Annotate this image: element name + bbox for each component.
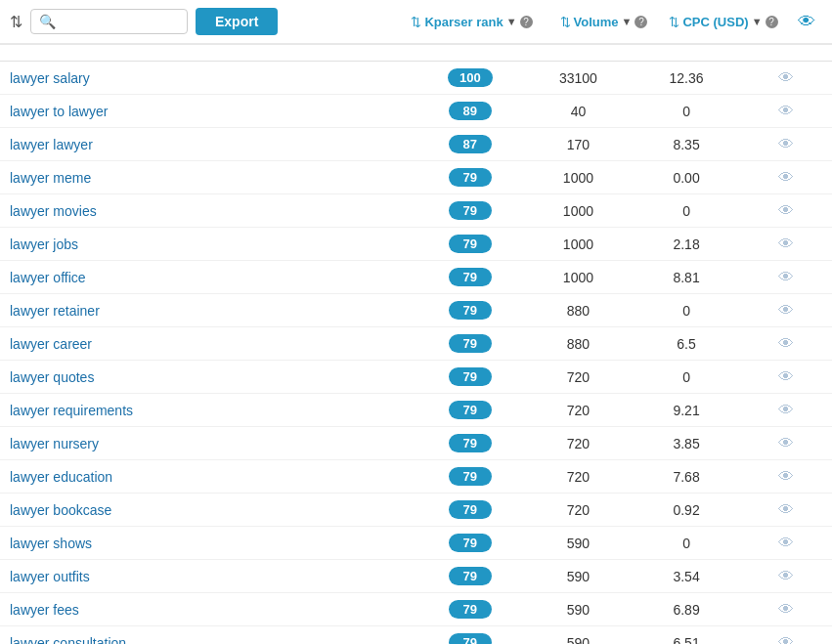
sort-kparser-icon[interactable]: ⇅ <box>411 15 421 29</box>
cpc-cell: 3.54 <box>633 560 741 593</box>
eye-cell[interactable]: 👁 <box>740 626 832 645</box>
keyword-cell[interactable]: lawyer lawyer <box>0 128 416 161</box>
volume-cell: 880 <box>524 294 633 327</box>
eye-cell[interactable]: 👁 <box>740 593 832 626</box>
keyword-cell[interactable]: lawyer salary <box>0 62 416 95</box>
rank-cell: 79 <box>416 427 525 460</box>
sort-cpc-icon[interactable]: ⇅ <box>669 15 679 29</box>
eye-cell[interactable]: 👁 <box>740 194 832 228</box>
eye-cell[interactable]: 👁 <box>740 161 832 194</box>
eye-icon[interactable]: 👁 <box>778 568 794 584</box>
keyword-cell[interactable]: lawyer nursery <box>0 427 416 460</box>
eye-icon[interactable]: 👁 <box>778 535 794 551</box>
sort-icon[interactable]: ⇅ <box>10 13 22 31</box>
eye-cell[interactable]: 👁 <box>740 62 832 95</box>
eye-cell[interactable]: 👁 <box>740 294 832 327</box>
eye-icon[interactable]: 👁 <box>778 368 794 385</box>
eye-cell[interactable]: 👁 <box>740 560 832 593</box>
volume-cell: 40 <box>524 95 633 128</box>
filter-volume-icon[interactable]: ▼ <box>622 16 633 27</box>
global-eye-icon[interactable]: 👁 <box>798 12 815 31</box>
eye-cell[interactable]: 👁 <box>740 460 832 494</box>
keyword-cell[interactable]: lawyer requirements <box>0 394 416 427</box>
eye-icon[interactable]: 👁 <box>778 468 794 485</box>
eye-icon[interactable]: 👁 <box>778 202 794 219</box>
eye-icon[interactable]: 👁 <box>778 335 794 352</box>
eye-cell[interactable]: 👁 <box>740 361 832 394</box>
eye-icon[interactable]: 👁 <box>778 269 794 285</box>
keyword-cell[interactable]: lawyer education <box>0 460 416 494</box>
eye-icon[interactable]: 👁 <box>778 302 794 319</box>
rank-cell: 87 <box>416 128 525 161</box>
keyword-cell[interactable]: lawyer meme <box>0 161 416 194</box>
eye-cell[interactable]: 👁 <box>740 261 832 294</box>
volume-cell: 1000 <box>524 194 633 228</box>
th-volume <box>524 45 633 62</box>
rank-cell: 79 <box>416 494 525 527</box>
sort-volume-icon[interactable]: ⇅ <box>560 15 571 29</box>
eye-cell[interactable]: 👁 <box>740 527 832 560</box>
table-row: lawyer bookcase797200.92👁 <box>0 494 832 527</box>
table-row: lawyer nursery797203.85👁 <box>0 427 832 460</box>
eye-icon[interactable]: 👁 <box>778 501 794 518</box>
keyword-cell[interactable]: lawyer retainer <box>0 294 416 327</box>
search-input[interactable] <box>62 15 179 29</box>
keyword-cell[interactable]: lawyer fees <box>0 593 416 626</box>
cpc-cell: 3.85 <box>633 427 741 460</box>
col-header-cpc[interactable]: CPC (USD) <box>682 15 748 29</box>
rank-cell: 79 <box>416 294 525 327</box>
rank-cell: 79 <box>416 261 525 294</box>
eye-icon[interactable]: 👁 <box>778 236 794 252</box>
cpc-cell: 0.92 <box>633 494 741 527</box>
rank-cell: 89 <box>416 95 525 128</box>
eye-cell[interactable]: 👁 <box>740 427 832 460</box>
volume-cell: 720 <box>524 427 633 460</box>
eye-cell[interactable]: 👁 <box>740 228 832 261</box>
filter-cpc-icon[interactable]: ▼ <box>752 16 763 27</box>
eye-icon[interactable]: 👁 <box>778 103 794 119</box>
eye-icon[interactable]: 👁 <box>778 634 794 645</box>
th-keyword <box>0 45 416 62</box>
table-row: lawyer career798806.5👁 <box>0 327 832 361</box>
eye-cell[interactable]: 👁 <box>740 95 832 128</box>
table-row: lawyer movies7910000👁 <box>0 194 832 228</box>
eye-cell[interactable]: 👁 <box>740 327 832 361</box>
eye-icon[interactable]: 👁 <box>778 136 794 152</box>
volume-cell: 590 <box>524 527 633 560</box>
col-header-volume[interactable]: Volume <box>574 15 619 29</box>
rank-cell: 79 <box>416 161 525 194</box>
table-row: lawyer retainer798800👁 <box>0 294 832 327</box>
keyword-cell[interactable]: lawyer office <box>0 261 416 294</box>
search-box[interactable]: 🔍 <box>30 9 188 34</box>
volume-cell: 590 <box>524 560 633 593</box>
eye-icon[interactable]: 👁 <box>778 435 794 451</box>
eye-icon[interactable]: 👁 <box>778 402 794 418</box>
volume-cell: 33100 <box>524 62 633 95</box>
eye-icon[interactable]: 👁 <box>778 169 794 186</box>
keyword-cell[interactable]: lawyer outfits <box>0 560 416 593</box>
cpc-cell: 0 <box>633 194 741 228</box>
cpc-cell: 0 <box>633 294 741 327</box>
volume-cell: 720 <box>524 460 633 494</box>
cpc-cell: 12.36 <box>633 62 741 95</box>
keyword-cell[interactable]: lawyer shows <box>0 527 416 560</box>
table-row: lawyer meme7910000.00👁 <box>0 161 832 194</box>
eye-cell[interactable]: 👁 <box>740 128 832 161</box>
help-kparser-icon: ? <box>520 16 533 28</box>
filter-kparser-icon[interactable]: ▼ <box>506 16 517 27</box>
eye-cell[interactable]: 👁 <box>740 494 832 527</box>
col-header-kparser[interactable]: Kparser rank <box>424 15 503 29</box>
table-row: lawyer salary1003310012.36👁 <box>0 62 832 95</box>
keyword-cell[interactable]: lawyer consultation <box>0 626 416 645</box>
eye-icon[interactable]: 👁 <box>778 69 794 86</box>
keyword-cell[interactable]: lawyer quotes <box>0 361 416 394</box>
keyword-cell[interactable]: lawyer career <box>0 327 416 361</box>
eye-icon[interactable]: 👁 <box>778 601 794 618</box>
keyword-cell[interactable]: lawyer movies <box>0 194 416 228</box>
export-button[interactable]: Export <box>196 8 278 35</box>
keyword-cell[interactable]: lawyer to lawyer <box>0 95 416 128</box>
table-row: lawyer fees795906.89👁 <box>0 593 832 626</box>
keyword-cell[interactable]: lawyer bookcase <box>0 494 416 527</box>
eye-cell[interactable]: 👁 <box>740 394 832 427</box>
keyword-cell[interactable]: lawyer jobs <box>0 228 416 261</box>
